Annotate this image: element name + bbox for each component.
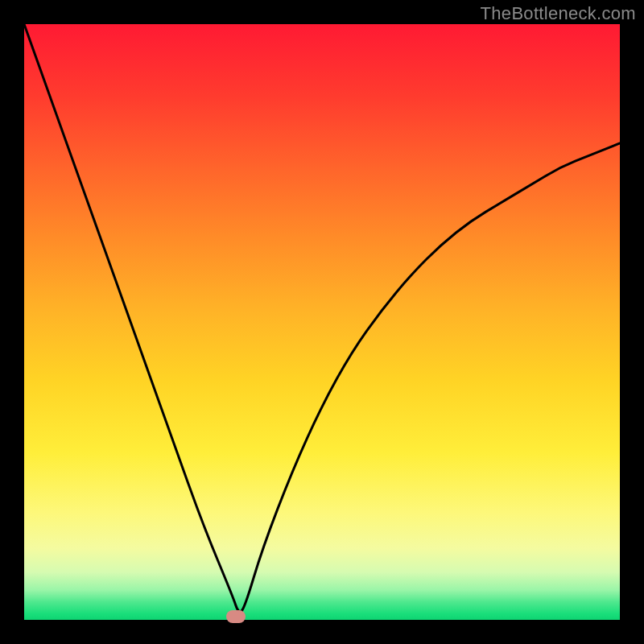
watermark-text: TheBottleneck.com — [481, 3, 636, 24]
min-point-marker — [226, 610, 246, 623]
plot-area — [24, 24, 620, 620]
chart-frame: TheBottleneck.com — [0, 0, 644, 644]
curve-svg — [24, 24, 620, 620]
bottleneck-curve — [24, 24, 620, 612]
